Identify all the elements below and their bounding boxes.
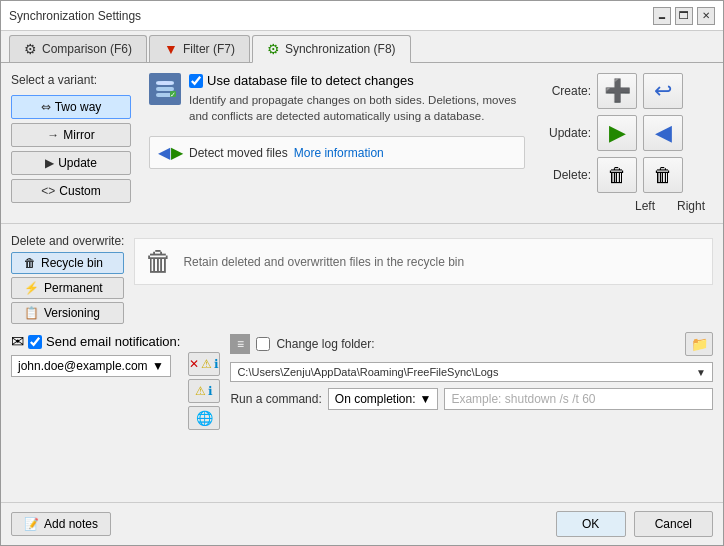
tab-comparison[interactable]: ⚙ Comparison (F6) <box>9 35 147 62</box>
browse-log-folder-btn[interactable]: 📁 <box>685 332 713 356</box>
run-trigger-label: On completion: <box>335 392 416 406</box>
delete-left-btn[interactable]: 🗑 <box>597 157 637 193</box>
custom-label: Custom <box>59 184 100 198</box>
log-path-input[interactable]: C:\Users\Zenju\AppData\Roaming\FreeFileS… <box>230 362 713 382</box>
variant-mirror[interactable]: → Mirror <box>11 123 131 147</box>
variant-panel: Select a variant: ⇔ Two way → Mirror ▶ U… <box>11 73 131 213</box>
create-right-btn[interactable]: ↩ <box>643 73 683 109</box>
recycle-btn[interactable]: 🗑 Recycle bin <box>11 252 124 274</box>
custom-icon: <> <box>41 184 55 198</box>
tab-sync[interactable]: ⚙ Synchronization (F8) <box>252 35 411 63</box>
error-icon: ✕ <box>189 357 199 371</box>
add-notes-button[interactable]: 📝 Add notes <box>11 512 111 536</box>
notification-log-row: ✉ Send email notification: john.doe@exam… <box>11 332 713 430</box>
delete-overwrite-section: Delete and overwrite: 🗑 Recycle bin ⚡ Pe… <box>11 234 713 324</box>
filter-icon: ▼ <box>164 41 178 57</box>
update-icon: ▶ <box>45 156 54 170</box>
folder-icon: 📁 <box>691 336 708 352</box>
update-left-icon: ▶ <box>609 120 626 146</box>
run-command-row: Run a command: On completion: ▼ Example:… <box>230 388 713 410</box>
run-example-input[interactable]: Example: shutdown /s /t 60 <box>444 388 713 410</box>
title-bar: Synchronization Settings 🗕 🗖 ✕ <box>1 1 723 31</box>
email-icon: ✉ <box>11 332 24 351</box>
error-warning-btn[interactable]: ✕ ⚠ ℹ <box>188 352 220 376</box>
tab-filter[interactable]: ▼ Filter (F7) <box>149 35 250 62</box>
recycle-big-icon: 🗑 <box>145 245 173 278</box>
tab-filter-label: Filter (F7) <box>183 42 235 56</box>
log-path-row: C:\Users\Zenju\AppData\Roaming\FreeFileS… <box>230 362 713 382</box>
delete-right-btn[interactable]: 🗑 <box>643 157 683 193</box>
warning-icon: ⚠ <box>201 357 212 371</box>
delete-label: Delete: <box>543 168 591 182</box>
run-trigger-dropdown[interactable]: On completion: ▼ <box>328 388 439 410</box>
email-input[interactable]: john.doe@example.com ▼ <box>11 355 171 377</box>
ok-button[interactable]: OK <box>556 511 626 537</box>
db-checkbox-label: Use database file to detect changes <box>189 73 525 88</box>
db-checkbox[interactable] <box>189 74 203 88</box>
variant-two-way[interactable]: ⇔ Two way <box>11 95 131 119</box>
comparison-icon: ⚙ <box>24 41 37 57</box>
tab-comparison-label: Comparison (F6) <box>42 42 132 56</box>
email-label-row: ✉ Send email notification: <box>11 332 180 351</box>
email-checkbox[interactable] <box>28 335 42 349</box>
bottom-section: Delete and overwrite: 🗑 Recycle bin ⚡ Pe… <box>1 224 723 502</box>
log-path-arrow: ▼ <box>696 367 706 378</box>
always-btn[interactable]: ⚠ ℹ <box>188 379 220 403</box>
email-panel: ✉ Send email notification: john.doe@exam… <box>11 332 180 377</box>
mirror-label: Mirror <box>63 128 94 142</box>
detect-row: ◀ ▶ Detect moved files More information <box>149 136 525 169</box>
create-action-row: Create: ➕ ↩ <box>543 73 713 109</box>
close-button[interactable]: ✕ <box>697 7 715 25</box>
window-title: Synchronization Settings <box>9 9 141 23</box>
update-left-btn[interactable]: ▶ <box>597 115 637 151</box>
email-value: john.doe@example.com <box>18 359 148 373</box>
create-left-btn[interactable]: ➕ <box>597 73 637 109</box>
delete-action-row: Delete: 🗑 🗑 <box>543 157 713 193</box>
left-label: Left <box>625 199 665 213</box>
variant-label: Select a variant: <box>11 73 131 87</box>
email-dropdown-arrow: ▼ <box>152 359 164 373</box>
maximize-button[interactable]: 🗖 <box>675 7 693 25</box>
cancel-button[interactable]: Cancel <box>634 511 713 537</box>
permanent-btn[interactable]: ⚡ Permanent <box>11 277 124 299</box>
two-way-icon: ⇔ <box>41 100 51 114</box>
svg-point-3 <box>156 81 174 85</box>
tab-bar: ⚙ Comparison (F6) ▼ Filter (F7) ⚙ Synchr… <box>1 31 723 63</box>
minimize-button[interactable]: 🗕 <box>653 7 671 25</box>
versioning-icon: 📋 <box>24 306 39 320</box>
notification-section: ✉ Send email notification: john.doe@exam… <box>11 332 220 430</box>
main-content: Select a variant: ⇔ Two way → Mirror ▶ U… <box>1 63 723 545</box>
log-path-value: C:\Users\Zenju\AppData\Roaming\FreeFileS… <box>237 366 498 378</box>
permanent-label: Permanent <box>44 281 103 295</box>
recycle-description: 🗑 Retain deleted and overwritten files i… <box>134 238 713 285</box>
permanent-icon: ⚡ <box>24 281 39 295</box>
more-info-link[interactable]: More information <box>294 146 384 160</box>
log-checkbox[interactable] <box>256 337 270 351</box>
globe-btn[interactable]: 🌐 <box>188 406 220 430</box>
direction-labels: Left Right <box>543 199 713 213</box>
sync-icon: ⚙ <box>267 41 280 57</box>
log-db-icon: ≡ <box>230 334 250 354</box>
versioning-btn[interactable]: 📋 Versioning <box>11 302 124 324</box>
delete-overwrite-buttons: 🗑 Recycle bin ⚡ Permanent 📋 Versioning <box>11 252 124 324</box>
run-placeholder: Example: shutdown /s /t 60 <box>451 392 595 406</box>
create-left-icon: ➕ <box>604 78 631 104</box>
always-info-icon: ℹ <box>208 384 213 398</box>
mirror-icon: → <box>47 128 59 142</box>
notification-icon-buttons: ✕ ⚠ ℹ ⚠ ℹ 🌐 <box>188 332 220 430</box>
variant-custom[interactable]: <> Custom <box>11 179 131 203</box>
desc-body: Identify and propagate changes on both s… <box>189 92 525 124</box>
create-right-icon: ↩ <box>654 78 672 104</box>
delete-left-icon: 🗑 <box>607 164 627 187</box>
notes-icon: 📝 <box>24 517 39 531</box>
right-label: Right <box>671 199 711 213</box>
detect-label: Detect moved files <box>189 146 288 160</box>
versioning-label: Versioning <box>44 306 100 320</box>
main-window: Synchronization Settings 🗕 🗖 ✕ ⚙ Compari… <box>0 0 724 546</box>
update-action-row: Update: ▶ ◀ <box>543 115 713 151</box>
middle-panel: ✓ Use database file to detect changes Id… <box>141 73 533 213</box>
always-icon: ⚠ <box>195 384 206 398</box>
update-right-btn[interactable]: ◀ <box>643 115 683 151</box>
variant-update[interactable]: ▶ Update <box>11 151 131 175</box>
delete-overwrite-label: Delete and overwrite: <box>11 234 124 248</box>
